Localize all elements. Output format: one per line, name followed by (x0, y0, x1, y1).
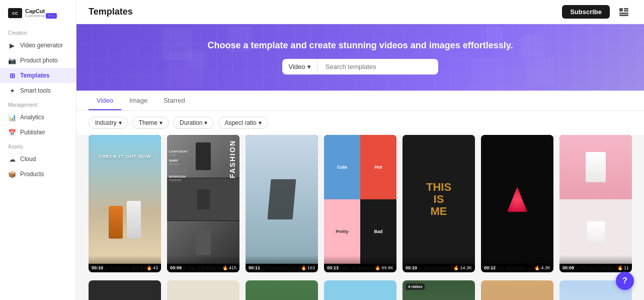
card-thumbnail (246, 280, 318, 300)
search-type-dropdown[interactable]: Video ▾ (282, 59, 317, 74)
logo-icon: CC (8, 8, 22, 18)
grid-cell-4: Bad (360, 199, 396, 264)
main-content: Templates Subscribe (76, 0, 644, 300)
camera-icon: 📷 (8, 56, 16, 64)
help-button[interactable]: ? (616, 272, 634, 290)
grid-cell-1: Cute (324, 135, 360, 199)
header-actions: Subscribe (562, 4, 632, 20)
hero-search-row: Video ▾ (282, 59, 438, 74)
template-card[interactable] (167, 280, 239, 300)
layout-icon-button[interactable] (616, 4, 632, 20)
card-likes: 🔥 163 (301, 265, 315, 270)
card-thumbnail: CHECK IT OUT NOW (89, 135, 161, 264)
card-meta: 00:09 🔥 11 (559, 255, 632, 272)
chevron-down-icon: ▾ (204, 119, 207, 126)
publisher-icon: 📅 (8, 128, 16, 136)
card-thumbnail (89, 280, 161, 300)
sidebar-item-smart-tools[interactable]: ✦ Smart tools (0, 83, 76, 98)
sidebar-item-product-photo[interactable]: 📷 Product photo (0, 53, 76, 68)
chevron-down-icon: ▾ (159, 119, 163, 126)
template-card[interactable]: 00:12 🔥 4.3K Neon icon beatsync jump for… (481, 135, 553, 272)
sidebar-item-analytics[interactable]: 📊 Analytics (0, 110, 76, 125)
card-duration: 00:11 (249, 265, 260, 270)
card-duration: 00:09 (562, 265, 574, 270)
card-likes: 🔥 415 (222, 265, 236, 270)
sidebar-item-video-generator[interactable]: ▶ Video generator (0, 38, 76, 53)
filter-duration[interactable]: Duration ▾ (173, 117, 214, 129)
sidebar-item-label: Video generator (20, 42, 63, 49)
card-thumbnail: FASHION CONFIDENT LOOK SHARP DETAILS QUA… (167, 135, 239, 264)
card-thumbnail (481, 280, 553, 300)
layout-icon (619, 8, 628, 16)
fire-icon: 🔥 (375, 265, 380, 270)
sidebar-item-label: Templates (20, 72, 49, 79)
card-thumbnail (167, 280, 239, 300)
card-meta: 00:09 🔥 415 (167, 255, 239, 272)
page-title: Templates (89, 7, 133, 17)
hero-banner: Choose a template and create stunning vi… (76, 24, 644, 91)
template-grid-row1: CHECK IT OUT NOW 00:10 🔥 43 Clothing Pro… (76, 135, 644, 280)
search-input[interactable] (317, 59, 438, 74)
card-likes: 🔥 43 (146, 265, 158, 270)
products-icon: 📦 (8, 170, 16, 178)
chevron-down-icon: ▾ (259, 119, 262, 126)
card-thumbnail (481, 135, 553, 264)
card-meta: 00:13 🔥 69.8K (324, 255, 396, 272)
cloud-icon: ☁ (8, 155, 16, 163)
template-card[interactable]: CHECK IT OUT NOW 00:10 🔥 43 Clothing Pro… (89, 135, 161, 272)
svg-rect-4 (619, 15, 628, 16)
template-card[interactable] (246, 280, 318, 300)
tabs-bar: Video Image Starred (76, 91, 644, 111)
card-duration: 00:09 (170, 265, 182, 270)
tab-starred[interactable]: Starred (155, 91, 193, 110)
sidebar-item-label: Analytics (20, 114, 44, 121)
card-duration: 00:12 (484, 265, 496, 270)
grid-cell-2: Hot (360, 135, 396, 199)
fashion-labels: CONFIDENT LOOK SHARP DETAILS QUALITY TO … (169, 150, 188, 182)
card-duration: 00:10 (92, 265, 103, 270)
template-card[interactable] (89, 280, 161, 300)
card-thumbnail: THISISME (403, 135, 475, 264)
sidebar-item-label: Smart tools (20, 87, 51, 94)
smart-tools-icon: ✦ (8, 87, 16, 95)
card-meta: 00:10 🔥 14.3K (403, 255, 475, 272)
filter-industry[interactable]: Industry ▾ (89, 117, 128, 129)
svg-rect-0 (619, 8, 623, 12)
fire-icon: 🔥 (534, 265, 540, 270)
filter-aspect-ratio[interactable]: Aspect ratio ▾ (218, 117, 268, 129)
template-card[interactable]: THISISME 00:10 🔥 14.3K Creative Recommen… (403, 135, 475, 272)
header: Templates Subscribe (76, 0, 644, 24)
sidebar-item-publisher[interactable]: 📅 Publisher (0, 125, 76, 140)
filter-theme[interactable]: Theme ▾ (132, 117, 169, 129)
card-likes: 🔥 4.3K (534, 265, 550, 270)
four-grid: Cute Hot Pretty Bad (324, 135, 396, 264)
sidebar-item-products[interactable]: 📦 Products (0, 167, 76, 182)
template-card[interactable]: 00:09 🔥 11 Clothing Product Display TikT… (559, 135, 632, 272)
sidebar-item-templates[interactable]: ⊞ Templates (0, 68, 76, 83)
content-area: Choose a template and create stunning vi… (76, 24, 644, 300)
filter-industry-label: Industry (95, 119, 117, 126)
card-thumbnail (246, 135, 318, 264)
hero-decoration (76, 24, 644, 91)
template-card[interactable]: FASHION CONFIDENT LOOK SHARP DETAILS QUA… (167, 135, 239, 272)
template-card[interactable]: 4 ratios (403, 280, 475, 300)
card-likes: 🔥 11 (617, 265, 629, 270)
sidebar-item-cloud[interactable]: ☁ Cloud (0, 152, 76, 167)
template-card[interactable] (481, 280, 553, 300)
template-card[interactable] (324, 280, 396, 300)
filter-aspect-ratio-label: Aspect ratio (224, 119, 256, 126)
template-card[interactable]: Cute Hot Pretty Bad 00:13 🔥 69.8K Four s… (324, 135, 396, 272)
grid-cell-3: Pretty (324, 199, 360, 264)
fire-icon: 🔥 (222, 265, 228, 270)
fashion-text: FASHION (228, 140, 236, 178)
card-duration: 00:13 (327, 265, 339, 270)
fire-icon: 🔥 (617, 265, 623, 270)
template-card[interactable]: 00:11 🔥 163 Clothing Foreshadowing creat… (246, 135, 318, 272)
tab-image[interactable]: Image (121, 91, 155, 110)
tab-video[interactable]: Video (89, 91, 121, 110)
filter-theme-label: Theme (139, 119, 157, 126)
svg-rect-1 (624, 8, 628, 10)
templates-icon: ⊞ (8, 71, 16, 80)
neon-shape (507, 187, 527, 212)
subscribe-button[interactable]: Subscribe (562, 5, 610, 19)
